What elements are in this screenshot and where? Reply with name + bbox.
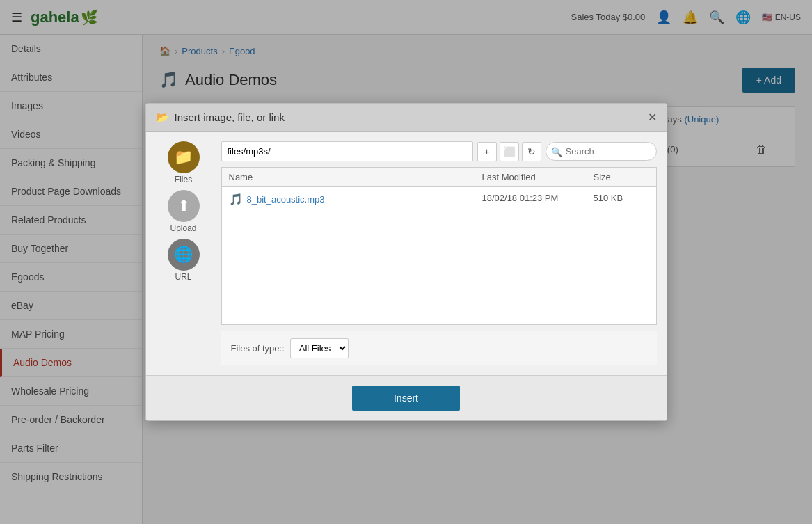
modal-url-button[interactable]: 🌐 URL	[156, 239, 212, 282]
modal-header: 📂 Insert image, file, or link ✕	[146, 104, 667, 132]
url-label: URL	[175, 272, 191, 282]
modal-footer: Files of type:: All Files	[221, 331, 657, 365]
modal-insert-area: Insert	[146, 375, 667, 420]
modal-overlay[interactable]: 📂 Insert image, file, or link ✕ 📁 Files …	[0, 0, 812, 524]
modal-upload-button[interactable]: ⬆ Upload	[156, 190, 212, 233]
modal-search: 🔍	[546, 142, 657, 161]
file-col-size-header: Size	[594, 172, 649, 182]
file-type-label: Files of type::	[231, 343, 285, 354]
path-buttons: + ⬜ ↻	[477, 142, 541, 161]
file-col-modified-header: Last Modified	[482, 172, 594, 182]
files-label: Files	[175, 175, 192, 184]
refresh-button-1[interactable]: ⬜	[500, 142, 519, 161]
modal-body: 📁 Files ⬆ Upload 🌐 URL + ⬜	[146, 132, 667, 375]
files-icon: 📁	[168, 141, 200, 173]
file-col-name-header: Name	[229, 172, 482, 182]
file-table: Name Last Modified Size 🎵 8_bit_acoustic…	[221, 167, 657, 325]
file-modified: 18/02/18 01:23 PM	[482, 193, 594, 206]
path-input[interactable]	[221, 141, 473, 161]
modal-folder-icon: 📂	[156, 111, 169, 124]
insert-button[interactable]: Insert	[352, 386, 460, 411]
path-bar: + ⬜ ↻ 🔍	[221, 141, 657, 161]
file-size: 510 KB	[594, 193, 649, 206]
refresh-button-2[interactable]: ↻	[522, 142, 541, 161]
modal-right-panel: + ⬜ ↻ 🔍 Name Last Modified Size	[221, 141, 657, 365]
url-icon: 🌐	[168, 239, 200, 271]
modal-search-icon: 🔍	[551, 146, 562, 157]
file-table-row[interactable]: 🎵 8_bit_acoustic.mp3 18/02/18 01:23 PM 5…	[222, 187, 656, 212]
modal-close-button[interactable]: ✕	[648, 111, 657, 124]
upload-icon: ⬆	[168, 190, 200, 222]
upload-label: Upload	[170, 223, 196, 233]
mp3-file-icon: 🎵	[229, 193, 243, 206]
modal-left-panel: 📁 Files ⬆ Upload 🌐 URL	[156, 141, 212, 365]
file-type-select[interactable]: All Files	[290, 338, 349, 358]
add-folder-button[interactable]: +	[477, 142, 497, 161]
modal-title: 📂 Insert image, file, or link	[156, 111, 285, 124]
modal: 📂 Insert image, file, or link ✕ 📁 Files …	[145, 103, 667, 421]
file-name: 🎵 8_bit_acoustic.mp3	[229, 193, 482, 206]
file-table-header: Name Last Modified Size	[222, 168, 656, 187]
modal-files-button[interactable]: 📁 Files	[156, 141, 212, 184]
modal-search-input[interactable]	[546, 142, 657, 161]
